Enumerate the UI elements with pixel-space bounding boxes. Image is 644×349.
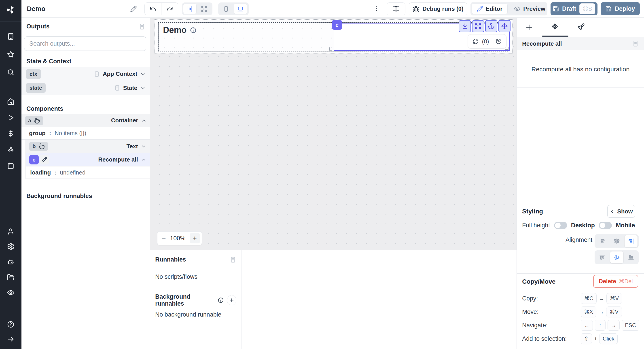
doc-icon <box>94 71 100 77</box>
ai-robot-icon[interactable] <box>7 258 14 265</box>
kbd-cmd-v: ⌘V <box>606 306 622 317</box>
user-icon[interactable] <box>7 227 14 235</box>
redo-button[interactable] <box>162 6 178 12</box>
zoom-in-button[interactable]: + <box>190 233 200 243</box>
zoom-out-button[interactable]: − <box>162 234 166 242</box>
insert-component-tab[interactable] <box>525 23 533 32</box>
component-toolbar <box>459 20 510 32</box>
editor-tab[interactable]: Editor <box>472 4 508 14</box>
anchor-button[interactable] <box>485 20 497 32</box>
debug-runs-button[interactable]: Debug runs (0) <box>409 3 467 15</box>
canvas-app-title[interactable]: Demo <box>163 25 196 35</box>
kbd-arrow-right: → <box>608 320 620 331</box>
ctx-row[interactable]: ctx App Context <box>22 67 150 81</box>
no-background-text: No background runnable <box>155 311 236 318</box>
component-b-row[interactable]: b Text <box>26 140 150 153</box>
component-a-badge[interactable]: a <box>25 116 43 125</box>
home-icon[interactable] <box>7 98 14 105</box>
chevron-up-icon[interactable] <box>141 118 147 124</box>
history-icon[interactable] <box>496 38 502 45</box>
collapse-arrow-right-icon[interactable] <box>7 335 14 343</box>
runnables-doc-icon[interactable] <box>230 256 236 263</box>
delete-button[interactable]: Delete ⌘Del <box>593 275 638 288</box>
selected-component-c[interactable]: c (0) <box>334 23 510 51</box>
resources-boxes-icon[interactable] <box>7 146 14 153</box>
eye-icon[interactable] <box>7 289 14 296</box>
align-center-vertical-button[interactable] <box>610 251 623 263</box>
component-c-row-selected[interactable]: c Recompute all <box>26 153 150 166</box>
zoom-level: 100% <box>170 235 185 242</box>
align-right-button[interactable] <box>624 235 638 247</box>
editor-label: Editor <box>486 5 502 12</box>
expand-down-button[interactable] <box>459 20 471 32</box>
variables-dollar-icon[interactable] <box>7 130 14 137</box>
align-left-button[interactable] <box>596 235 609 247</box>
outputs-panel: Outputs State & Context ctx App Context … <box>22 18 150 349</box>
component-b-badge[interactable]: b <box>29 142 48 151</box>
outputs-panel-doc-icon[interactable] <box>139 23 145 30</box>
move-button[interactable] <box>498 20 510 32</box>
kbd-cmd-x: ⌘X <box>581 306 596 317</box>
chevron-up-icon[interactable] <box>141 157 146 163</box>
refresh-icon[interactable] <box>472 38 479 45</box>
undo-button[interactable] <box>145 3 162 15</box>
show-styling-button[interactable]: Show <box>607 205 635 218</box>
selected-tab-underline <box>542 36 568 37</box>
search-icon[interactable] <box>7 69 14 76</box>
desktop-mobile-toggle[interactable] <box>599 222 612 229</box>
edit-id-pencil-icon[interactable] <box>40 155 49 164</box>
settings-gear-icon[interactable] <box>7 243 14 250</box>
deploy-button[interactable]: Deploy <box>600 2 640 15</box>
add-background-runnable-button[interactable] <box>227 295 236 305</box>
state-row[interactable]: state State <box>22 81 150 95</box>
align-center-horizontal-button[interactable] <box>610 235 623 247</box>
component-c-badge[interactable]: c <box>29 155 39 164</box>
align-bottom-button[interactable] <box>624 251 638 263</box>
info-icon[interactable] <box>190 27 196 34</box>
centered-layout-button[interactable] <box>183 4 196 14</box>
workspace-building-icon[interactable] <box>7 33 14 40</box>
full-height-toggle[interactable] <box>554 222 567 229</box>
canvas-title-text: Demo <box>163 25 187 35</box>
styling-toggles-row: Full height Desktop Mobile <box>522 222 639 229</box>
draft-button[interactable]: Draft ⌘S <box>550 2 598 15</box>
delete-label: Delete <box>598 278 616 285</box>
app-canvas[interactable]: Demo c (0) <box>150 18 516 250</box>
search-outputs-input[interactable] <box>24 37 146 51</box>
nested-components-box: b Text c Recompute all loading : undefin… <box>26 140 150 179</box>
plus-separator: + <box>594 335 597 342</box>
component-doc-icon[interactable] <box>632 40 639 47</box>
fullscreen-button[interactable] <box>472 20 484 32</box>
runs-play-icon[interactable] <box>7 114 14 121</box>
edit-title-pencil-icon[interactable] <box>130 6 137 12</box>
resize-corner-left[interactable] <box>329 48 332 51</box>
component-c-type: Recompute all <box>98 156 138 163</box>
component-settings-tab[interactable] <box>550 23 559 32</box>
folder-open-icon[interactable] <box>7 274 14 281</box>
preview-tab[interactable]: Preview <box>508 4 550 14</box>
chevron-down-icon[interactable] <box>140 85 146 91</box>
resize-corner-right[interactable] <box>505 47 508 50</box>
align-top-button[interactable] <box>596 251 609 263</box>
favorites-star-icon[interactable] <box>7 51 14 58</box>
chevron-down-icon[interactable] <box>141 143 146 149</box>
more-menu-icon[interactable] <box>373 5 380 13</box>
show-label: Show <box>617 208 632 215</box>
component-a-row[interactable]: a Container <box>22 114 150 127</box>
docs-book-button[interactable] <box>386 3 406 15</box>
help-icon[interactable] <box>7 320 14 328</box>
windmill-logo-icon[interactable] <box>6 5 16 16</box>
component-c-canvas-badge[interactable]: c <box>332 20 342 30</box>
chevron-down-icon[interactable] <box>140 71 146 77</box>
desktop-view-button[interactable] <box>234 4 247 14</box>
styling-brush-tab[interactable] <box>576 23 585 32</box>
loading-property-row[interactable]: loading : undefined <box>26 166 150 179</box>
schedules-calendar-icon[interactable] <box>7 162 14 170</box>
full-width-expand-button[interactable] <box>198 4 211 14</box>
mobile-view-button[interactable] <box>219 4 233 14</box>
group-property-row[interactable]: group : No items ([]) <box>22 127 150 140</box>
no-configuration-message: Recompute all has no configuration <box>517 66 644 73</box>
runnables-panel: Runnables No scripts/flows Background ru… <box>150 250 516 349</box>
copy-shortcut-row: Copy: ⌘C → ⌘V <box>517 292 644 305</box>
kbd-cmd-c: ⌘C <box>581 293 596 304</box>
